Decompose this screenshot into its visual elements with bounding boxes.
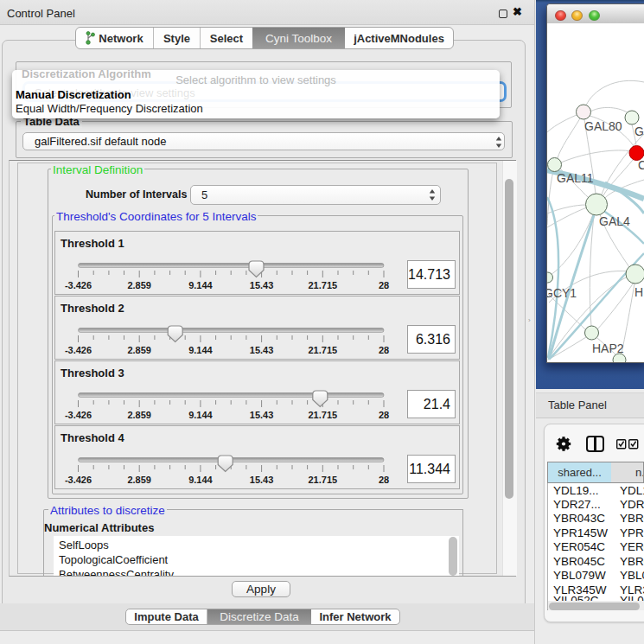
- svg-text:GAL11: GAL11: [557, 171, 594, 185]
- svg-text:28: 28: [379, 475, 389, 485]
- svg-text:HAP2: HAP2: [592, 341, 624, 355]
- svg-text:GCY1: GCY1: [547, 286, 577, 300]
- svg-text:15.43: 15.43: [250, 345, 274, 355]
- svg-text:21.715: 21.715: [308, 345, 337, 355]
- svg-text:2.859: 2.859: [127, 280, 151, 290]
- svg-text:-3.426: -3.426: [65, 475, 92, 485]
- svg-text:9.144: 9.144: [188, 410, 213, 420]
- svg-text:2.859: 2.859: [127, 475, 151, 485]
- svg-text:9.144: 9.144: [188, 280, 213, 290]
- svg-text:2.859: 2.859: [127, 345, 151, 355]
- svg-text:GAL80: GAL80: [584, 119, 622, 133]
- svg-text:9.144: 9.144: [188, 345, 213, 355]
- svg-text:-3.426: -3.426: [65, 345, 92, 355]
- svg-text:GA: GA: [634, 124, 644, 138]
- svg-text:GAL4: GAL4: [599, 214, 630, 228]
- svg-text:15.43: 15.43: [250, 410, 274, 420]
- svg-text:-3.426: -3.426: [65, 410, 92, 420]
- svg-text:15.43: 15.43: [250, 280, 274, 290]
- svg-text:C: C: [638, 158, 644, 172]
- svg-text:28: 28: [379, 410, 389, 420]
- svg-text:-3.426: -3.426: [65, 280, 92, 290]
- svg-text:21.715: 21.715: [308, 280, 337, 290]
- svg-text:2.859: 2.859: [127, 410, 151, 420]
- svg-text:15.43: 15.43: [250, 475, 274, 485]
- svg-text:9.144: 9.144: [188, 475, 213, 485]
- svg-text:28: 28: [379, 280, 389, 290]
- svg-text:21.715: 21.715: [308, 410, 337, 420]
- svg-text:H: H: [634, 285, 643, 299]
- svg-text:28: 28: [379, 345, 389, 355]
- svg-text:21.715: 21.715: [308, 475, 337, 485]
